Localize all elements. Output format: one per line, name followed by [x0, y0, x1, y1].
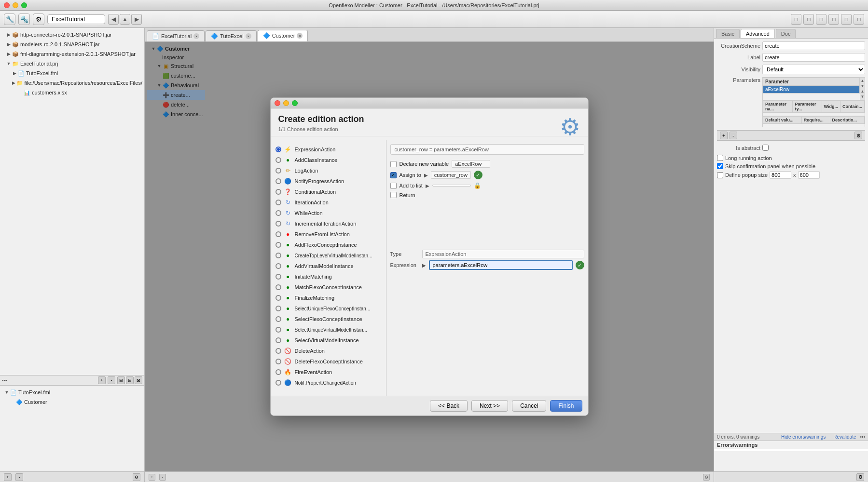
nav-forward-button[interactable]: ▶ — [131, 14, 142, 25]
action-radio-addflexo[interactable] — [276, 242, 281, 248]
expression-input[interactable]: parameters.aExcelRow — [429, 260, 573, 270]
tab-close-customer[interactable]: × — [297, 33, 303, 39]
action-incremental[interactable]: ↻ IncrementalIterationAction — [271, 218, 386, 229]
tab-exceltutorial[interactable]: 📄 ExcelTutorial × — [147, 30, 205, 41]
action-selectunique[interactable]: ● SelectUniqueFlexoConceptInstan... — [271, 303, 386, 314]
rp-tab-doc[interactable]: Doc — [776, 29, 796, 38]
tree-item-fml[interactable]: ▶ 📦 fml-diagramming-extension-2.0.1-SNAP… — [0, 49, 144, 59]
next-button[interactable]: Next >> — [471, 400, 508, 412]
return-checkbox[interactable] — [390, 192, 397, 198]
action-radio-while[interactable] — [276, 210, 281, 216]
action-radio-selectunique[interactable] — [276, 306, 281, 311]
nav-back-button[interactable]: ◀ — [108, 14, 119, 25]
dots-menu[interactable]: ••• — [860, 434, 865, 440]
popup-height-input[interactable]: 600 — [798, 171, 820, 179]
toolbar-icon-3[interactable]: ⚙ — [33, 13, 44, 25]
action-radio-iteration[interactable] — [276, 200, 281, 205]
action-radio-fire[interactable] — [276, 369, 281, 375]
action-radio-createtoplevel[interactable] — [276, 253, 281, 258]
action-removefrom[interactable]: ● RemoveFromListAction — [271, 229, 386, 240]
action-radio-expression[interactable] — [276, 147, 281, 152]
maximize-button[interactable] — [21, 2, 27, 8]
rp-skip-confirm-checkbox[interactable] — [717, 163, 723, 169]
sidebar-gear-btn[interactable]: ⚙ — [133, 473, 140, 481]
sb-icon-1[interactable]: ⊞ — [117, 376, 125, 384]
scroll-up-arrow[interactable]: ▲ — [861, 79, 865, 83]
rp-long-running-checkbox[interactable] — [717, 155, 723, 161]
tab-close-exceltutorial[interactable]: × — [193, 33, 199, 39]
hide-errors-button[interactable]: Hide errors/warnings — [781, 434, 826, 440]
action-radio-addclass[interactable] — [276, 157, 281, 163]
action-while[interactable]: ↻ WhileAction — [271, 208, 386, 218]
sidebar-remove-btn[interactable]: - — [15, 473, 23, 481]
rp-remove-param-btn[interactable]: - — [730, 132, 737, 139]
dialog-min-button[interactable] — [283, 100, 289, 106]
action-delete[interactable]: 🚫 DeleteAction — [271, 346, 386, 356]
action-addflexo[interactable]: ● AddFlexoConceptInstance — [271, 240, 386, 250]
tree-item-customersxlsx[interactable]: 📊 customers.xlsx — [0, 88, 144, 97]
center-gear-btn[interactable]: ⚙ — [703, 474, 710, 481]
action-radio-selectflexo[interactable] — [276, 316, 281, 322]
toolbar-right-btn-1[interactable]: ◻ — [791, 14, 801, 25]
toolbar-icon-1[interactable]: 🔧 — [4, 13, 15, 25]
popup-width-input[interactable]: 800 — [770, 171, 791, 179]
action-radio-initiate[interactable] — [276, 274, 281, 280]
sb-icon-3[interactable]: ⊠ — [135, 376, 142, 384]
toolbar-right-btn-4[interactable]: ◻ — [828, 14, 839, 25]
toolbar-right-btn-3[interactable]: ◻ — [816, 14, 827, 25]
bottom-tree-customer[interactable]: 🔷 Customer — [0, 397, 144, 407]
center-remove-btn[interactable]: - — [159, 474, 166, 481]
action-radio-selectuniquevirtual[interactable] — [276, 327, 281, 333]
sb-icon-2[interactable]: ⊟ — [126, 376, 134, 384]
params-row-aexcelrow[interactable]: aExcelRow — [763, 86, 860, 94]
rp-tab-basic[interactable]: Basic — [716, 29, 740, 38]
finish-button[interactable]: Finish — [550, 400, 582, 412]
sidebar-add-btn[interactable]: + — [4, 473, 12, 481]
rp-visibility-select[interactable]: Default — [762, 65, 865, 74]
scroll-down-arrow[interactable]: ▼ — [861, 84, 865, 88]
action-iteration[interactable]: ↻ IterationAction — [271, 197, 386, 208]
back-button[interactable]: << Back — [430, 400, 468, 412]
rp-define-popup-checkbox[interactable] — [717, 172, 723, 178]
scroll-up2-arrow[interactable]: ▲ — [861, 89, 865, 94]
rp-tab-advanced[interactable]: Advanced — [741, 29, 775, 38]
tab-tutoexcel[interactable]: 🔷 TutoExcel × — [206, 30, 257, 41]
action-radio-notify2[interactable] — [276, 380, 281, 386]
action-conditional[interactable]: ❓ ConditionalAction — [271, 187, 386, 197]
rp-add-param-btn[interactable]: + — [720, 132, 728, 139]
action-radio-incremental[interactable] — [276, 221, 281, 227]
dialog-max-button[interactable] — [292, 100, 298, 106]
tree-item-filepath[interactable]: ▶ 📁 file:/Users/mac/Repositories/resourc… — [0, 78, 144, 88]
tree-item-tutoexcelfml[interactable]: ▶ 📄 TutoExcel.fml — [0, 68, 144, 78]
assign-checkbox[interactable]: ✓ — [390, 172, 397, 178]
toolbar-right-btn-5[interactable]: ◻ — [841, 14, 852, 25]
action-radio-notify[interactable] — [276, 178, 281, 184]
toolbar-right-btn-2[interactable]: ◻ — [803, 14, 814, 25]
action-fire[interactable]: 🔥 FireEventAction — [271, 367, 386, 377]
action-radio-log[interactable] — [276, 168, 281, 174]
action-radio-matchflexo[interactable] — [276, 284, 281, 290]
action-radio-removefrom[interactable] — [276, 231, 281, 237]
action-selectvirtual[interactable]: ● SelectVirtualModelInstance — [271, 335, 386, 346]
action-finalize[interactable]: ● FinalizeMatching — [271, 293, 386, 303]
tree-item-exceltutorialprj[interactable]: ▼ 📁 ExcelTutorial.prj — [0, 59, 144, 68]
revalidate-button[interactable]: Revalidate — [833, 434, 856, 440]
rp-is-abstract-checkbox[interactable] — [762, 145, 769, 151]
rp-label-value[interactable]: create — [762, 53, 865, 62]
action-addvirtual[interactable]: ● AddVirtualModelInstance — [271, 261, 386, 271]
bottom-tree-tutoexcel[interactable]: ▼ 📄 TutoExcel.fml — [0, 388, 144, 397]
action-createtoplevel[interactable]: ● CreateTopLevelVirtualModelInstan... — [271, 250, 386, 261]
action-radio-finalize[interactable] — [276, 295, 281, 301]
action-radio-deleteflexo[interactable] — [276, 359, 281, 364]
action-initiate[interactable]: ● InitiateMatching — [271, 271, 386, 282]
action-notify[interactable]: 🔵 NotifyProgressAction — [271, 176, 386, 187]
cancel-button[interactable]: Cancel — [512, 400, 546, 412]
tab-close-tutoexcel[interactable]: × — [246, 33, 251, 39]
action-matchflexo[interactable]: ● MatchFlexoConceptInstance — [271, 282, 386, 293]
action-radio-delete[interactable] — [276, 348, 281, 354]
center-add-btn[interactable]: + — [149, 474, 155, 481]
scroll-down2-arrow[interactable]: ▼ — [861, 94, 865, 99]
action-log[interactable]: ✏ LogAction — [271, 165, 386, 176]
action-radio-addvirtual[interactable] — [276, 263, 281, 269]
dialog-close-button[interactable] — [275, 100, 280, 106]
